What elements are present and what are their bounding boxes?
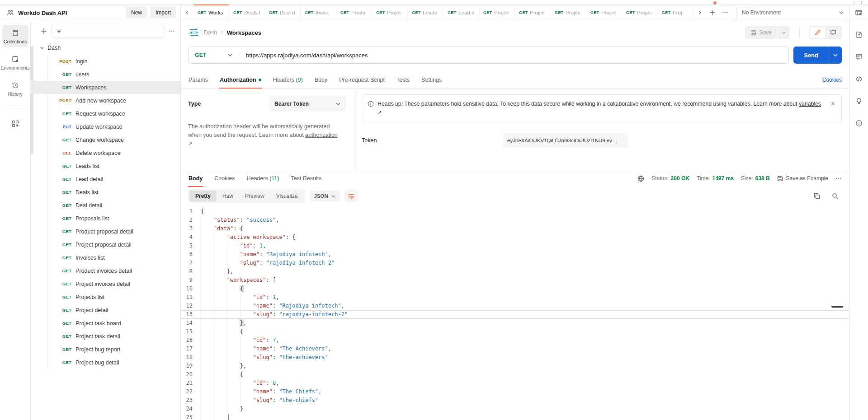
code-line-12[interactable]: 12"name": "Rajodiya infotech",: [181, 302, 849, 310]
comments-mode-button[interactable]: [826, 27, 841, 38]
code-snippet-icon[interactable]: [855, 75, 863, 83]
collection-dash[interactable]: Dash: [31, 41, 180, 55]
documentation-icon[interactable]: [855, 31, 863, 38]
environment-quick-look-icon[interactable]: [849, 5, 868, 21]
response-more-icon[interactable]: [835, 175, 842, 182]
view-raw[interactable]: Raw: [217, 191, 239, 201]
request-list-item[interactable]: GETDeal detail: [31, 199, 180, 212]
request-list-item[interactable]: GETRequest workspace: [31, 107, 180, 120]
sidebar-more-icon[interactable]: [169, 28, 175, 34]
request-list-item[interactable]: GETChange workspace: [31, 133, 180, 146]
code-line-5[interactable]: 5"id": 1,: [181, 242, 849, 250]
tab-tests[interactable]: Tests: [396, 72, 410, 88]
open-tab-3[interactable]: GETDeal d: [265, 5, 301, 21]
code-line-11[interactable]: 11"id": 1,: [181, 293, 849, 302]
network-icon[interactable]: [637, 175, 644, 182]
response-tab-headers[interactable]: Headers (11): [246, 170, 279, 187]
code-line-8[interactable]: 8},: [181, 267, 849, 276]
code-line-4[interactable]: 4"active_workspace": {: [181, 233, 849, 242]
open-tab-14[interactable]: GETProj: [658, 5, 693, 21]
code-line-22[interactable]: 22"name": "The Chiefs",: [181, 387, 849, 396]
request-list-item[interactable]: POSTlogin: [31, 55, 180, 68]
format-dropdown[interactable]: JSON: [310, 191, 340, 201]
add-request-icon[interactable]: [41, 28, 47, 34]
code-line-15[interactable]: 15{: [181, 327, 849, 336]
new-tab-icon[interactable]: [706, 5, 719, 21]
request-list-item[interactable]: GETWorkspaces: [31, 81, 180, 94]
request-list-item[interactable]: GETProject task detail: [31, 330, 180, 343]
code-line-19[interactable]: 19},: [181, 362, 849, 370]
request-list-item[interactable]: GETProjects list: [31, 290, 180, 303]
open-tab-9[interactable]: GETProjec: [479, 5, 515, 21]
response-tab-test-results[interactable]: Test Results: [290, 170, 322, 187]
banner-close-icon[interactable]: ✕: [830, 99, 835, 108]
open-tab-7[interactable]: GETLeads: [408, 5, 443, 21]
copy-icon[interactable]: [810, 190, 824, 202]
tab-options-icon[interactable]: [719, 5, 731, 21]
tab-authorization[interactable]: Authorization: [219, 72, 262, 88]
request-list-item[interactable]: GETLead detail: [31, 173, 180, 186]
sidebar-item-environments[interactable]: Environments: [2, 51, 28, 74]
code-line-9[interactable]: 9"workspaces": [: [181, 276, 849, 285]
request-list-item[interactable]: GETProject invoices detail: [31, 277, 180, 290]
request-list-item[interactable]: GETDeals list: [31, 186, 180, 199]
tab-params[interactable]: Params: [188, 72, 208, 88]
code-line-20[interactable]: 20{: [181, 370, 849, 379]
code-line-23[interactable]: 23"slug": "the-chiefs": [181, 396, 849, 405]
request-list-item[interactable]: GETProject bug report: [31, 343, 180, 356]
view-pretty[interactable]: Pretty: [189, 191, 217, 201]
request-list-item[interactable]: GETProject detail: [31, 303, 180, 317]
import-button[interactable]: Import: [151, 7, 176, 18]
view-visualize[interactable]: Visualize: [270, 191, 304, 201]
request-list-item[interactable]: GETProject proposal detail: [31, 238, 180, 251]
request-list-item[interactable]: GETProject task board: [31, 317, 180, 330]
request-list-item[interactable]: GETProduct proposal detail: [31, 225, 180, 238]
scrollbar-marker[interactable]: [831, 306, 843, 308]
info-icon[interactable]: [855, 120, 863, 127]
code-line-17[interactable]: 17"name": "The Achievers",: [181, 345, 849, 353]
request-list-item[interactable]: GETusers: [31, 68, 180, 81]
save-as-example-button[interactable]: Save as Example: [777, 175, 828, 182]
code-line-18[interactable]: 18"slug": "the-achievers": [181, 353, 849, 362]
comments-icon[interactable]: [855, 53, 863, 61]
variables-docs-link[interactable]: variables: [799, 101, 821, 107]
add-blocks-icon[interactable]: [2, 116, 28, 131]
open-tab-13[interactable]: GETProjec: [622, 5, 658, 21]
tab-pre-request-script[interactable]: Pre-request Script: [339, 72, 385, 88]
request-list-item[interactable]: GETProduct invoices detail: [31, 264, 180, 277]
url-input[interactable]: https://apps.rajodiya.com/dash/api/works…: [239, 52, 375, 59]
environment-selector[interactable]: No Environment: [736, 5, 849, 21]
auth-type-select[interactable]: Bearer Token: [269, 96, 346, 112]
view-preview[interactable]: Preview: [239, 191, 270, 201]
request-list-item[interactable]: POSTAdd new workspace: [31, 94, 180, 107]
open-tab-2[interactable]: GETDeals l: [229, 5, 265, 21]
open-tab-1[interactable]: GETWorks: [193, 5, 229, 21]
code-line-1[interactable]: 1{: [181, 207, 849, 216]
request-list-item[interactable]: DELDelete workspace: [31, 146, 180, 159]
code-line-6[interactable]: 6"name": "Rajodiya infotech",: [181, 250, 849, 259]
open-tab-8[interactable]: GETLead d: [443, 5, 479, 21]
save-options-chevron[interactable]: [778, 28, 790, 38]
tabs-scroll-right-icon[interactable]: [693, 5, 706, 21]
send-options-chevron[interactable]: [829, 47, 842, 64]
method-dropdown[interactable]: GET: [189, 52, 239, 58]
request-list-item[interactable]: GETInvoices list: [31, 251, 180, 264]
tab-body[interactable]: Body: [314, 72, 328, 88]
breadcrumb-request-name[interactable]: Workspaces: [227, 29, 261, 36]
code-line-13[interactable]: 13"slug": "rajodiya-infotech-2": [181, 310, 849, 319]
request-list-item[interactable]: GETProject bug detail: [31, 356, 180, 369]
code-line-24[interactable]: 24}: [181, 405, 849, 413]
response-tab-cookies[interactable]: Cookies: [214, 170, 235, 187]
response-body-code[interactable]: 1{2"status": "success",3"data": {4"activ…: [181, 205, 849, 420]
open-tab-6[interactable]: GETProjec: [372, 5, 408, 21]
code-line-14[interactable]: 14},: [181, 319, 849, 327]
open-tab-5[interactable]: GETProdu: [336, 5, 372, 21]
edit-mode-button[interactable]: [810, 27, 826, 38]
request-list-item[interactable]: PUTUpdate workspace: [31, 120, 180, 133]
save-button[interactable]: Save: [745, 26, 777, 39]
code-line-21[interactable]: 21"id": 8,: [181, 379, 849, 387]
code-line-16[interactable]: 16"id": 7,: [181, 336, 849, 345]
request-list-item[interactable]: GETProposals list: [31, 212, 180, 225]
code-line-25[interactable]: 25]: [181, 413, 849, 420]
open-tab-12[interactable]: GETProjec: [586, 5, 622, 21]
